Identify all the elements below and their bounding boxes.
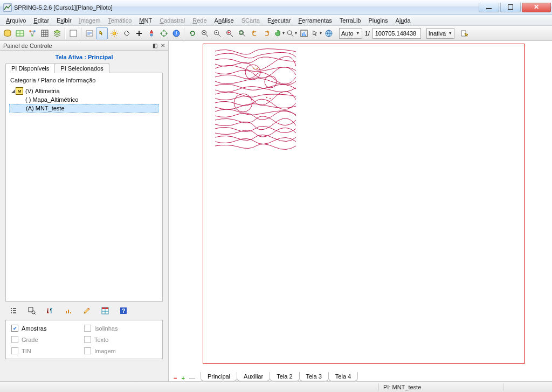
tool-info-icon[interactable] — [84, 27, 95, 39]
svg-point-12 — [150, 34, 153, 36]
tool-chart-icon[interactable] — [298, 27, 310, 39]
menu-tematico[interactable]: Temático — [104, 16, 135, 25]
tool-select-icon[interactable] — [96, 27, 108, 39]
menu-ajuda[interactable]: Ajuda — [392, 16, 415, 25]
menu-exibir[interactable]: Exibir — [53, 16, 75, 25]
tree-item-altimetria[interactable]: ◢ M (V) Altimetria — [9, 87, 159, 95]
chk-isolinhas[interactable]: Isolinhas — [84, 325, 157, 332]
tool-nav-icon[interactable] — [146, 27, 157, 39]
tool-grid-icon[interactable] — [39, 27, 51, 39]
canvas-tab-auxiliar[interactable]: Auxiliar — [237, 372, 270, 381]
tool-execute-icon[interactable] — [459, 27, 471, 39]
panel-toolbar: ? — [0, 302, 168, 320]
chk-tin[interactable]: TIN — [11, 347, 84, 354]
panel-pencil-icon[interactable] — [82, 306, 92, 316]
tool-zoom-pi-icon[interactable] — [224, 27, 236, 39]
map-canvas[interactable] — [169, 41, 552, 369]
tool-databases-icon[interactable] — [2, 27, 13, 39]
panel-help-icon[interactable]: ? — [119, 306, 128, 316]
tool-measure-dd-icon[interactable]: ▾ — [286, 27, 298, 39]
window-minimize-button[interactable] — [479, 3, 499, 12]
menu-scarta[interactable]: SCarta — [238, 16, 264, 25]
tree-collapse-icon[interactable]: ◢ — [10, 88, 16, 94]
window-maximize-button[interactable] — [500, 3, 521, 12]
canvas-tab-principal[interactable]: Principal — [201, 372, 237, 381]
scale-input[interactable]: 100705.148438 — [372, 28, 421, 39]
tab-pi-selecionados[interactable]: PI Selecionados — [54, 63, 109, 73]
tab-remove-icon[interactable]: − — [171, 375, 179, 381]
panel-tabs: PI Disponíveis PI Selecionados — [0, 62, 168, 73]
menu-ferramentas[interactable]: Ferramentas — [294, 16, 335, 25]
tree-view[interactable]: Categoria / Plano de Informação ◢ M (V) … — [5, 73, 163, 302]
tool-target-icon[interactable] — [158, 27, 170, 39]
menu-plugins[interactable]: Plugins — [365, 16, 392, 25]
tool-pointer-icon[interactable]: ▾ — [310, 27, 322, 39]
tool-pan-dd-icon[interactable]: ▾ — [273, 27, 285, 39]
panel-header: Painel de Controle ◧ ✕ — [0, 41, 168, 51]
tool-zoomout-icon[interactable] — [211, 27, 223, 39]
menu-editar[interactable]: Editar — [30, 16, 53, 25]
chevron-down-icon: ▼ — [448, 31, 452, 36]
tool-layers-icon[interactable] — [51, 27, 63, 39]
tab-pi-disponiveis[interactable]: PI Disponíveis — [5, 63, 55, 73]
tab-pi-selecionados-label: PI Selecionados — [60, 65, 104, 72]
svg-point-21 — [287, 30, 292, 34]
tool-sun-icon[interactable] — [108, 27, 120, 39]
tree-item-mnt-teste[interactable]: (A) MNT_teste — [9, 104, 159, 113]
menu-cadastral[interactable]: Cadastral — [156, 16, 189, 25]
tool-zoomin-icon[interactable] — [199, 27, 211, 39]
window-close-button[interactable]: ✕ — [522, 3, 551, 12]
menu-analise[interactable]: Análise — [211, 16, 238, 25]
chk-texto[interactable]: Texto — [84, 336, 157, 343]
panel-search-icon[interactable] — [27, 306, 37, 316]
control-panel: Painel de Controle ◧ ✕ Tela Ativa : Prin… — [0, 41, 169, 381]
tab-add-icon[interactable]: + — [179, 375, 187, 381]
chk-amostras[interactable]: ✔Amostras — [11, 325, 84, 332]
svg-point-41 — [267, 100, 268, 101]
display-options: ✔Amostras Isolinhas Grade Texto TIN Imag… — [5, 320, 163, 359]
tool-redo-icon[interactable] — [261, 27, 273, 39]
panel-undock-icon[interactable]: ◧ — [153, 43, 157, 48]
svg-rect-20 — [240, 31, 243, 34]
tool-refresh-icon[interactable] — [187, 27, 198, 39]
checkbox-icon — [11, 336, 18, 343]
panel-list-icon[interactable] — [9, 306, 18, 316]
menu-rede[interactable]: Rede — [189, 16, 210, 25]
panel-chart-icon[interactable] — [64, 306, 73, 316]
tool-model-icon[interactable] — [26, 27, 38, 39]
tool-map-icon[interactable] — [14, 27, 26, 39]
tool-panel-icon[interactable] — [67, 27, 79, 39]
tool-world-icon[interactable] — [323, 27, 335, 39]
chk-grade[interactable]: Grade — [11, 336, 84, 343]
menu-imagem[interactable]: Imagem — [75, 16, 105, 25]
canvas-tab-tela2[interactable]: Tela 2 — [270, 372, 299, 381]
tab-dash-icon[interactable]: — — [187, 375, 197, 381]
tool-plus-icon[interactable] — [133, 27, 145, 39]
tool-expand-icon[interactable] — [121, 27, 133, 39]
combo-auto[interactable]: Auto▼ — [339, 28, 362, 39]
svg-point-39 — [266, 97, 267, 98]
menu-arquivo[interactable]: Arquivo — [2, 16, 30, 25]
svg-rect-30 — [66, 311, 67, 313]
canvas-tab-tela4[interactable]: Tela 4 — [328, 372, 358, 381]
canvas-tab-tela4-label: Tela 4 — [335, 373, 351, 380]
menu-mnt[interactable]: MNT — [135, 16, 156, 25]
chk-texto-label: Texto — [94, 337, 108, 343]
panel-close-icon[interactable]: ✕ — [161, 43, 165, 48]
panel-sort-icon[interactable] — [45, 306, 55, 316]
panel-table-icon[interactable] — [100, 306, 110, 316]
combo-inativa[interactable]: Inativa▼ — [426, 28, 454, 39]
menu-executar[interactable]: Executar — [264, 16, 294, 25]
tool-zoom-extent-icon[interactable] — [236, 27, 248, 39]
tool-info2-icon[interactable]: i — [170, 27, 182, 39]
checkbox-icon — [84, 325, 91, 332]
tool-undo-icon[interactable] — [249, 27, 260, 39]
tree-item-mapa-altimetrico[interactable]: ( ) Mapa_Altimétrico — [9, 95, 159, 104]
chk-imagem[interactable]: Imagem — [84, 347, 157, 354]
menu-terralib[interactable]: TerraLib — [336, 16, 365, 25]
canvas-tab-tela3[interactable]: Tela 3 — [299, 372, 329, 381]
chk-imagem-label: Imagem — [94, 348, 116, 354]
canvas-tab-tela3-label: Tela 3 — [306, 373, 322, 380]
panel-title: Painel de Controle — [3, 43, 52, 49]
toolbar: i ▾ ▾ ▾ Auto▼ 1/ 100705.148438 Inativa▼ — [0, 26, 552, 41]
